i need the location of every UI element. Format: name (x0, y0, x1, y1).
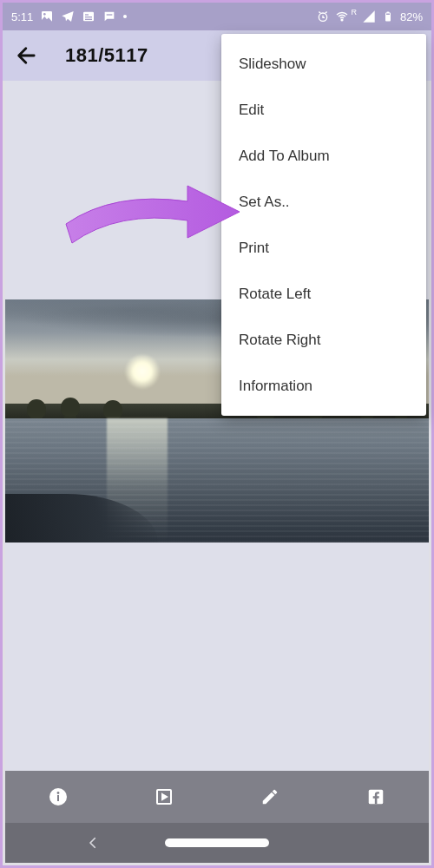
image-icon (40, 10, 54, 23)
menu-item-edit[interactable]: Edit (221, 87, 426, 133)
svg-rect-4 (85, 16, 92, 17)
photo-counter: 181/5117 (65, 44, 148, 67)
menu-item-add-to-album[interactable]: Add To Album (221, 133, 426, 179)
facebook-button[interactable] (365, 786, 387, 808)
news-icon (82, 10, 95, 23)
slideshow-button[interactable] (153, 786, 175, 808)
battery-icon (381, 10, 395, 23)
battery-percent: 82% (400, 10, 423, 23)
menu-item-slideshow[interactable]: Slideshow (221, 41, 426, 87)
more-notifications-dot (123, 15, 127, 18)
bottom-action-bar (5, 771, 429, 823)
menu-item-set-as[interactable]: Set As.. (221, 179, 426, 225)
overflow-menu: Slideshow Edit Add To Album Set As.. Pri… (221, 34, 426, 416)
svg-point-1 (43, 13, 46, 16)
signal-icon (362, 10, 376, 23)
status-bar: 5:11 R (3, 3, 431, 30)
back-button[interactable] (15, 43, 39, 68)
chat-icon (102, 10, 116, 23)
wifi-icon (335, 10, 349, 23)
svg-rect-3 (85, 14, 89, 15)
roaming-label: R (351, 8, 357, 16)
edit-button[interactable] (259, 786, 281, 808)
svg-rect-6 (107, 14, 113, 15)
svg-rect-11 (386, 14, 390, 16)
status-time: 5:11 (11, 10, 33, 23)
nav-home-pill[interactable] (165, 838, 269, 847)
svg-rect-10 (386, 12, 389, 14)
system-nav-bar (5, 823, 429, 863)
menu-item-information[interactable]: Information (221, 363, 426, 409)
nav-back-button[interactable] (85, 835, 101, 851)
svg-point-14 (57, 792, 60, 794)
menu-item-rotate-left[interactable]: Rotate Left (221, 271, 426, 317)
alarm-icon (316, 10, 330, 23)
info-button[interactable] (47, 786, 69, 808)
menu-item-print[interactable]: Print (221, 225, 426, 271)
telegram-icon (61, 10, 75, 23)
svg-point-8 (342, 19, 344, 21)
svg-rect-13 (57, 795, 59, 801)
menu-item-rotate-right[interactable]: Rotate Right (221, 317, 426, 363)
svg-rect-5 (85, 19, 92, 20)
